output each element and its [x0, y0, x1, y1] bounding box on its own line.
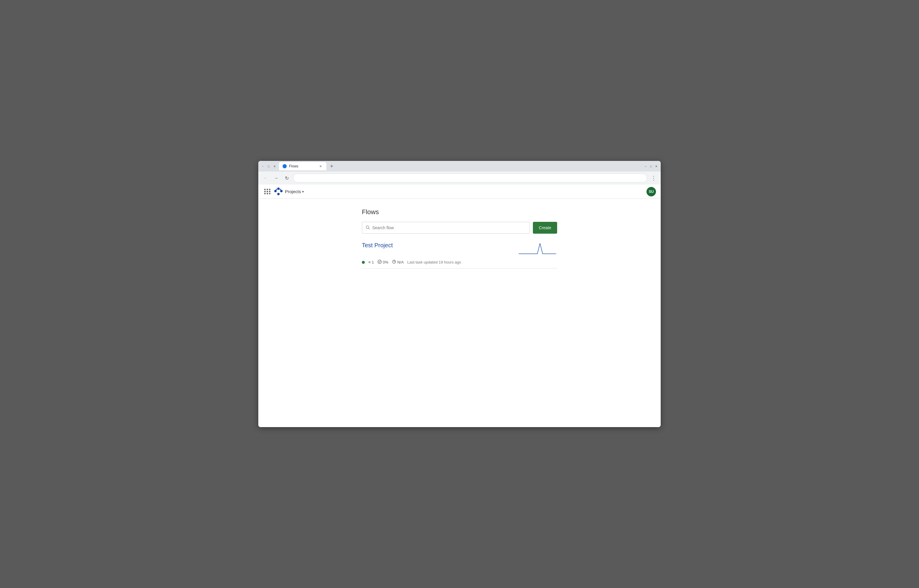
project-stats: ≡ 1 0% — [362, 260, 557, 265]
forward-button[interactable]: → — [272, 174, 280, 182]
win-close-btn[interactable]: ✕ — [654, 164, 659, 168]
task-count-value: 1 — [372, 260, 374, 265]
svg-point-6 — [394, 260, 395, 260]
task-count-stat: ≡ 1 — [368, 260, 374, 265]
success-rate-stat: 0% — [377, 260, 388, 265]
check-icon — [377, 260, 382, 265]
active-tab[interactable]: Flows ✕ — [279, 162, 326, 170]
title-bar: − □ ✕ Flows ✕ + − □ ✕ — [258, 161, 661, 171]
last-updated-text: Last task updated 19 hours ago — [407, 260, 461, 265]
reload-button[interactable]: ↻ — [283, 174, 291, 182]
success-rate-value: 0% — [383, 260, 388, 265]
browser-window: − □ ✕ Flows ✕ + − □ ✕ ← → ↻ ⋮ — [258, 161, 661, 427]
tab-favicon — [283, 164, 287, 168]
app-bar: Projects ▾ SU — [258, 184, 661, 199]
minimize-button[interactable]: − — [260, 164, 265, 168]
close-button[interactable]: ✕ — [272, 164, 277, 168]
tab-label: Flows — [289, 164, 298, 168]
svg-line-1 — [369, 228, 370, 229]
clock-icon — [392, 260, 396, 265]
svg-point-2 — [378, 260, 381, 263]
content-area: Flows Create Test Project — [356, 208, 563, 268]
nav-bar: ← → ↻ ⋮ — [258, 171, 661, 184]
user-avatar[interactable]: SU — [647, 187, 656, 196]
address-bar[interactable] — [293, 174, 647, 183]
sparkline-chart — [519, 242, 557, 257]
status-active-dot — [362, 261, 365, 264]
more-options-button[interactable]: ⋮ — [649, 174, 658, 182]
app-bar-right: SU — [647, 187, 656, 196]
back-button[interactable]: ← — [261, 174, 270, 182]
tasks-icon: ≡ — [368, 260, 371, 265]
maximize-button[interactable]: □ — [267, 164, 271, 168]
project-section: Test Project ≡ 1 — [362, 242, 557, 268]
window-controls: − □ ✕ — [260, 164, 277, 168]
projects-menu[interactable]: Projects ▾ — [285, 189, 304, 194]
projects-label-text: Projects — [285, 189, 301, 194]
project-name-link[interactable]: Test Project — [362, 242, 393, 249]
logo-graphic — [274, 187, 283, 196]
search-row: Create — [362, 222, 557, 234]
win-maximize-btn[interactable]: □ — [649, 164, 653, 168]
duration-stat: N/A — [392, 260, 404, 265]
search-box[interactable] — [362, 222, 530, 234]
main-content: Flows Create Test Project — [258, 199, 661, 427]
app-bar-left: Projects ▾ — [263, 187, 304, 196]
projects-chevron-icon: ▾ — [302, 190, 304, 194]
create-button[interactable]: Create — [533, 222, 557, 234]
tab-bar: Flows ✕ + — [279, 162, 641, 170]
duration-value: N/A — [397, 260, 404, 265]
app-logo[interactable] — [274, 187, 283, 196]
apps-grid-icon[interactable] — [263, 187, 272, 195]
win-minimize-btn[interactable]: − — [644, 164, 648, 168]
project-header: Test Project — [362, 242, 557, 257]
tab-close-button[interactable]: ✕ — [318, 164, 323, 169]
search-icon — [366, 225, 370, 230]
new-tab-button[interactable]: + — [328, 162, 336, 170]
search-input[interactable] — [372, 225, 526, 230]
page-title: Flows — [362, 208, 557, 216]
